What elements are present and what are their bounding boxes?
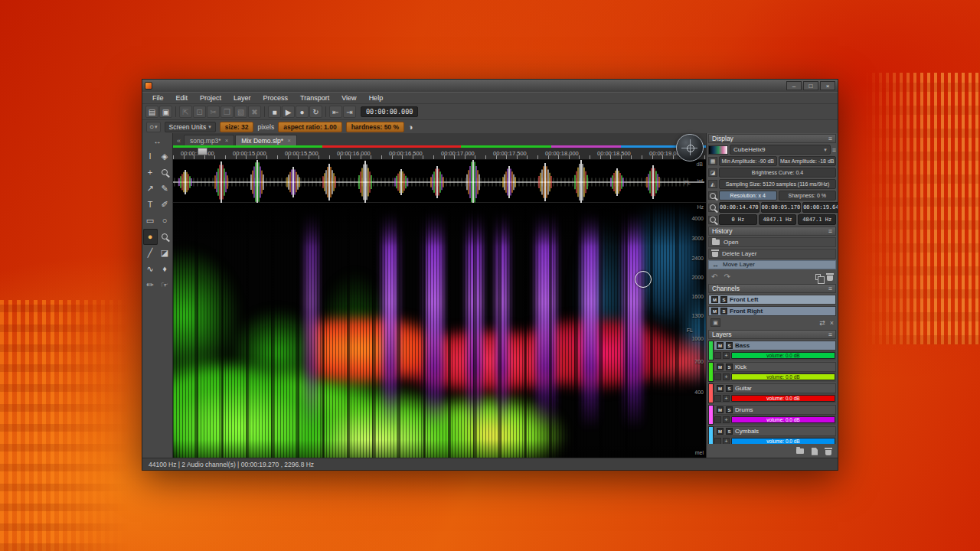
layer-volume-bar[interactable]: volume: 0.0 dB [731, 438, 835, 444]
menu-view[interactable]: View [336, 93, 361, 103]
go-end-button[interactable]: ⇥ [343, 106, 356, 118]
trash-icon[interactable] [827, 276, 833, 281]
tab-scroll-icon[interactable]: « [175, 137, 183, 145]
hamburger-icon[interactable]: ≡ [828, 227, 832, 235]
solo-toggle[interactable]: S [726, 428, 733, 435]
history-section-header[interactable]: History ≡ [708, 227, 836, 236]
solo-toggle[interactable]: S [726, 342, 733, 349]
layer-lock-icon[interactable] [714, 395, 721, 402]
rect-select-tool[interactable]: ▭ [143, 213, 158, 229]
open-button[interactable]: ▤ [145, 106, 158, 118]
layer-add-icon[interactable]: + [723, 352, 730, 359]
stop-button[interactable]: ■ [268, 106, 281, 118]
pan-tool[interactable]: + [143, 165, 158, 181]
solo-toggle[interactable]: S [726, 385, 733, 392]
eraser-tool[interactable]: ◪ [158, 245, 172, 261]
layer-row-guitar[interactable]: M S Guitar + volume: 0.0 dB [708, 383, 836, 403]
paste-button[interactable]: ▧ [234, 106, 247, 118]
channel-front-left[interactable]: M S Front Left [708, 295, 836, 305]
tab-close-icon[interactable]: × [287, 137, 291, 144]
trash-icon[interactable] [825, 450, 831, 455]
channel-front-right[interactable]: M S Front Right [708, 306, 836, 316]
layer-lock-icon[interactable] [714, 373, 721, 380]
menu-transport[interactable]: Transport [295, 93, 335, 103]
close-button[interactable]: × [820, 81, 835, 90]
sharpness-button[interactable]: Sharpness: 0 % [779, 191, 837, 201]
duplicate-icon[interactable] [815, 274, 821, 280]
sampling-size-button[interactable]: Sampling Size: 5120 samples (116 ms/9Hz) [719, 179, 836, 189]
colormap-menu-icon[interactable]: ≡ [832, 146, 836, 154]
layer-add-icon[interactable]: + [723, 438, 730, 444]
brush-units-select[interactable]: Screen Units ▾ [165, 122, 216, 132]
layer-row-drums[interactable]: M S Drums + volume: 0.0 dB [708, 405, 836, 425]
titlebar[interactable]: – □ × [142, 80, 838, 92]
mute-toggle[interactable]: M [717, 406, 724, 413]
display-section-header[interactable]: Display ≡ [708, 134, 836, 143]
transform-tool[interactable]: ◈ [158, 148, 172, 165]
layer-row-bass[interactable]: M S Bass + volume: 0.0 dB [708, 341, 836, 360]
mute-toggle[interactable]: M [717, 385, 724, 392]
swap-icon[interactable]: ⇄ [819, 319, 825, 327]
menu-help[interactable]: Help [364, 93, 389, 103]
minimize-button[interactable]: – [786, 81, 802, 90]
pencil-tool[interactable]: ✏ [143, 277, 158, 293]
layer-add-icon[interactable]: + [723, 395, 730, 402]
text-tool[interactable]: T [143, 197, 158, 213]
zoom-tool[interactable] [158, 165, 172, 181]
view-range-freq-field[interactable]: 4847.1 Hz [759, 214, 797, 225]
brush-aspect-field[interactable]: aspect ratio: 1.00 [278, 122, 341, 132]
delete-button[interactable]: ✖ [248, 106, 261, 118]
hamburger-icon[interactable]: ≡ [828, 331, 832, 338]
layer-lock-icon[interactable] [714, 352, 721, 359]
solo-toggle[interactable]: S [726, 364, 733, 370]
layer-add-icon[interactable]: + [723, 416, 730, 423]
menu-edit[interactable]: Edit [171, 93, 194, 103]
new-layer-icon[interactable] [812, 448, 818, 455]
view-end-time-field[interactable]: 00:00:19.640 [802, 202, 838, 213]
layer-volume-bar[interactable]: volume: 0.0 dB [731, 395, 835, 402]
folder-icon[interactable] [796, 448, 804, 454]
spectrogram-canvas[interactable]: Hz 4000300024002000160013001000700400 FL… [173, 203, 706, 458]
brightness-curve-button[interactable]: Brightness Curve: 0.4 [719, 168, 836, 178]
collapse-icon[interactable]: × [830, 319, 834, 327]
crop-button[interactable]: ⊡ [193, 106, 206, 118]
mute-toggle[interactable]: M [717, 342, 724, 349]
history-item-move-layer[interactable]: ↔ Move Layer [708, 260, 836, 270]
play-button[interactable]: ▶ [282, 106, 295, 118]
layer-volume-bar[interactable]: volume: 0.0 dB [731, 373, 835, 380]
min-amplitude-button[interactable]: Min Amplitude: -90 dB [719, 156, 777, 166]
copy-button[interactable]: ❐ [220, 106, 234, 118]
max-amplitude-button[interactable]: Max Amplitude: -18 dB [779, 156, 837, 166]
mute-toggle[interactable]: M [717, 364, 724, 370]
picker-tool[interactable]: ↗ [143, 181, 158, 197]
export-button[interactable]: ⇱ [179, 106, 192, 118]
lasso-tool[interactable]: ○ [158, 213, 172, 229]
colormap-select[interactable]: CubeHelix9 ▾ [730, 145, 831, 155]
tab-close-icon[interactable]: × [225, 137, 229, 144]
hamburger-icon[interactable]: ≡ [828, 285, 832, 292]
menu-project[interactable]: Project [194, 93, 227, 103]
navigation-ball[interactable] [676, 134, 704, 161]
view-low-freq-field[interactable]: 0 Hz [719, 214, 757, 225]
save-button[interactable]: ▣ [159, 106, 172, 118]
view-duration-field[interactable]: 00:00:05.170 [761, 202, 802, 213]
view-start-time-field[interactable]: 00:00:14.470 [719, 202, 760, 213]
channels-section-header[interactable]: Channels ≡ [708, 284, 836, 293]
mute-toggle[interactable]: M [711, 308, 718, 315]
zoom-brush-tool[interactable] [158, 229, 172, 245]
smudge-tool[interactable]: ∿ [143, 261, 158, 277]
undo-icon[interactable]: ↶ [711, 272, 717, 281]
maximize-button[interactable]: □ [803, 81, 818, 90]
line-tool[interactable]: ╱ [143, 245, 158, 261]
expand-tool-button[interactable]: ↔ [145, 135, 171, 148]
menu-file[interactable]: File [147, 93, 169, 103]
time-ruler[interactable]: 00:00:14.50000:00:15.00000:00:15.50000:0… [173, 145, 706, 160]
layer-lock-icon[interactable] [714, 438, 721, 444]
auto-scroll-icon[interactable]: ▣ [710, 318, 720, 327]
brush-hardness-field[interactable]: hardness: 50 % [346, 122, 404, 132]
loop-button[interactable]: ↻ [309, 106, 322, 118]
mute-toggle[interactable]: M [711, 296, 718, 303]
draw-tool[interactable]: ✐ [158, 197, 172, 213]
hand-tool[interactable]: ☞ [158, 277, 172, 293]
record-button[interactable]: ● [296, 106, 309, 118]
